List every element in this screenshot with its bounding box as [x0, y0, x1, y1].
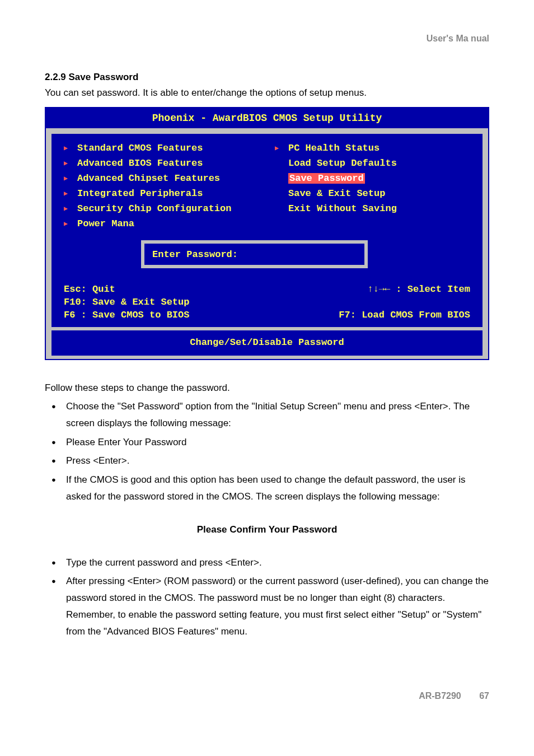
key-hint-f10: F10: Save & Exit Setup — [64, 297, 189, 307]
menu-item-power-management[interactable]: ▶Power Mana — [64, 216, 259, 231]
list-item: If the CMOS is good and this option has … — [66, 470, 489, 506]
key-hint-f7: F7: Load CMOS From BIOS — [339, 310, 470, 320]
menu-item-security-chip[interactable]: ▶Security Chip Configuration — [64, 201, 259, 216]
menu-item-load-defaults[interactable]: ▶Load Setup Defaults — [275, 156, 470, 171]
bios-help-text: Change/Set/Disable Password — [64, 334, 470, 353]
section-intro: You can set password. It is able to ente… — [45, 87, 489, 99]
triangle-right-icon: ▶ — [64, 204, 72, 213]
menu-item-save-password[interactable]: ▶Save Password — [275, 171, 470, 186]
steps-list-1: Choose the "Set Password" option from th… — [45, 397, 489, 506]
list-item: Type the current password and press <Ent… — [66, 553, 489, 572]
menu-item-exit-no-save[interactable]: ▶Exit Without Saving — [275, 201, 470, 216]
bios-keys-area: Esc: Quit ↑↓→← : Select Item F10: Save &… — [51, 257, 483, 356]
list-item: After pressing <Enter> (ROM password) or… — [66, 572, 489, 641]
password-input[interactable] — [245, 248, 357, 260]
list-item: Press <Enter>. — [66, 451, 489, 470]
menu-item-standard-cmos[interactable]: ▶Standard CMOS Features — [64, 141, 259, 156]
menu-item-advanced-bios[interactable]: ▶Advanced BIOS Features — [64, 156, 259, 171]
key-hint-f6: F6 : Save CMOS to BIOS — [64, 310, 189, 320]
menu-item-advanced-chipset[interactable]: ▶Advanced Chipset Features — [64, 171, 259, 186]
key-hint-arrows: ↑↓→← : Select Item — [367, 284, 470, 295]
follow-intro: Follow these steps to change the passwor… — [45, 382, 489, 394]
section-heading: 2.2.9 Save Password — [45, 72, 489, 83]
steps-list-2: Type the current password and press <Ent… — [45, 553, 489, 641]
password-dialog: Enter Password: — [141, 240, 368, 268]
menu-item-integrated-peripherals[interactable]: ▶Integrated Peripherals — [64, 186, 259, 201]
triangle-right-icon: ▶ — [64, 174, 72, 183]
triangle-right-icon: ▶ — [64, 189, 72, 198]
page-footer: AR-B7290 67 — [45, 691, 489, 701]
bios-left-column: ▶Standard CMOS Features ▶Advanced BIOS F… — [56, 141, 267, 253]
bios-title: Phoenix - AwardBIOS CMOS Setup Utility — [46, 108, 488, 128]
triangle-right-icon: ▶ — [64, 220, 72, 228]
page-header: User's Ma nual — [45, 34, 489, 44]
password-prompt-label: Enter Password: — [152, 249, 238, 260]
triangle-right-icon: ▶ — [275, 144, 283, 152]
bios-menu-area: ▶Standard CMOS Features ▶Advanced BIOS F… — [46, 128, 488, 359]
page-number: 67 — [479, 691, 489, 701]
list-item: Please Enter Your Password — [66, 433, 489, 452]
menu-item-pc-health[interactable]: ▶PC Health Status — [275, 141, 470, 156]
key-hint-esc: Esc: Quit — [64, 284, 115, 295]
confirm-password-heading: Please Confirm Your Password — [45, 524, 489, 535]
triangle-right-icon: ▶ — [64, 144, 72, 152]
bios-screenshot: Phoenix - AwardBIOS CMOS Setup Utility ▶… — [45, 107, 489, 360]
list-item: Choose the "Set Password" option from th… — [66, 397, 489, 433]
bios-right-column: ▶PC Health Status ▶Load Setup Defaults ▶… — [267, 141, 478, 253]
menu-item-save-exit[interactable]: ▶Save & Exit Setup — [275, 186, 470, 201]
triangle-right-icon: ▶ — [64, 159, 72, 167]
model-number: AR-B7290 — [419, 691, 461, 701]
